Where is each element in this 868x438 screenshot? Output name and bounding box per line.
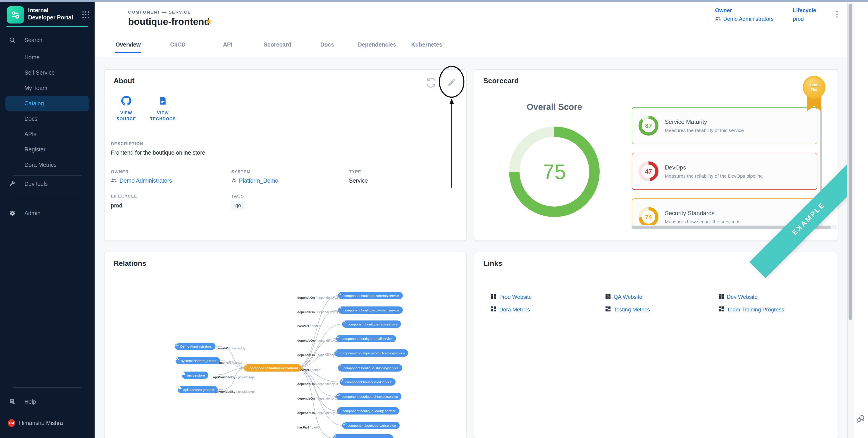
scorecard-metric-service-maturity[interactable]: 87Service MaturityMeasures the reliabili… bbox=[632, 107, 817, 144]
metric-value: 74 bbox=[639, 207, 658, 225]
page-scrollbar-thumb[interactable] bbox=[848, 4, 852, 320]
edge-label: ownerOf/ownedBy bbox=[217, 347, 245, 350]
lifecycle-value: prod bbox=[793, 16, 804, 22]
refresh-icon[interactable] bbox=[426, 77, 437, 88]
relation-node-system-platform-demo[interactable]: system:Platform_Demo bbox=[176, 357, 220, 364]
scorecard-metric-devops[interactable]: 47DevOpsMeasures the reliability of the … bbox=[632, 153, 817, 190]
sidebar-item-apis[interactable]: APIs bbox=[0, 127, 95, 142]
chat-bubbles-icon[interactable] bbox=[856, 414, 865, 425]
overall-score-value: 75 bbox=[509, 127, 600, 217]
content-area: About VIEW SOURCE VIEW TECHDOCS DESCRIPT… bbox=[95, 57, 847, 438]
link-team-training-progress[interactable]: Team Training Progress bbox=[719, 306, 784, 313]
scorecard-metrics-list: 87Service MaturityMeasures the reliabili… bbox=[632, 107, 817, 225]
relation-node-component-boutique-currencyservice[interactable]: component:boutique-currencyservice bbox=[338, 292, 403, 299]
help-label: Help bbox=[25, 399, 36, 405]
sidebar-item-label: Self Service bbox=[25, 70, 55, 76]
relations-card: Relations Demo AdministratorsownerOf/own… bbox=[104, 252, 467, 438]
sidebar-item-catalog[interactable]: Catalog bbox=[5, 96, 89, 111]
node-label: component:boutique-redisservice bbox=[347, 322, 398, 326]
app-logo-icon[interactable] bbox=[7, 6, 24, 24]
system-field-value[interactable]: Platform_Demo bbox=[231, 178, 278, 184]
sidebar-nav: HomeSelf ServiceMy TeamCatalogDocsAPIsRe… bbox=[0, 50, 95, 173]
group-icon bbox=[715, 16, 721, 22]
sidebar-item-my-team[interactable]: My Team bbox=[0, 80, 95, 96]
relation-node-component-boutique-adservice[interactable]: component:boutique-adservice bbox=[340, 378, 395, 385]
relation-node-component-boutique-loadgenerator[interactable]: component:boutique-loadgenerator bbox=[337, 407, 399, 414]
relation-node-api-petstore[interactable]: api:petstore bbox=[182, 372, 208, 379]
edge-label: hasPart/partOf bbox=[297, 325, 320, 328]
dashboard-icon bbox=[491, 294, 496, 300]
tab-kubernetes[interactable]: Kubernetes bbox=[407, 39, 447, 56]
tab-dependencies[interactable]: Dependencies bbox=[357, 39, 397, 56]
link-dev-website[interactable]: Dev Website bbox=[719, 294, 757, 300]
relation-node-component-boutique-productcatalogservice[interactable]: component:boutique-productcatalogservice bbox=[335, 349, 408, 357]
node-label: component:boutique-emailservice bbox=[342, 337, 392, 341]
tab-label: API bbox=[223, 42, 232, 52]
sidebar-item-search[interactable]: Search bbox=[0, 33, 95, 47]
sidebar-item-help[interactable]: ? Help bbox=[0, 395, 95, 409]
sidebar-item-register[interactable]: Register bbox=[0, 142, 95, 157]
relation-node-component-boutique-frontend[interactable]: component:boutique-frontend bbox=[244, 364, 302, 372]
node-label: component:boutique-checkoutservice bbox=[342, 394, 398, 399]
link-label: Dev Website bbox=[727, 294, 757, 300]
lifecycle-field-label: LIFECYCLE bbox=[111, 194, 137, 198]
relation-node-component-boutique-shippingservice[interactable]: component:boutique-shippingservice bbox=[338, 364, 402, 372]
favorite-star-icon[interactable]: ★ bbox=[206, 17, 213, 26]
relation-node-cut-off[interactable] bbox=[333, 434, 393, 438]
node-label: component:boutique-adservice bbox=[345, 380, 392, 384]
metric-value: 47 bbox=[639, 161, 658, 181]
entity-header: COMPONENT — SERVICE boutique-frontend ★ … bbox=[95, 2, 847, 58]
link-dora-metrics[interactable]: Dora Metrics bbox=[491, 306, 530, 313]
link-testing-metrics[interactable]: Testing Metrics bbox=[606, 306, 650, 313]
relation-node-component-boutique-redisservice[interactable]: component:boutique-redisservice bbox=[342, 321, 401, 328]
sidebar-item-admin[interactable]: Admin bbox=[0, 206, 95, 221]
relation-node-component-boutique-emailservice[interactable]: component:boutique-emailservice bbox=[336, 335, 396, 342]
edge-label: hasPart/partOf bbox=[297, 426, 320, 429]
tab-label: Kubernetes bbox=[411, 42, 442, 52]
view-techdocs-link[interactable]: VIEW TECHDOCS bbox=[145, 96, 181, 122]
relation-node-demo-administrators[interactable]: Demo Administrators bbox=[175, 343, 215, 350]
sidebar-item-docs[interactable]: Docs bbox=[0, 111, 95, 127]
scorecard-title: Scorecard bbox=[483, 77, 519, 85]
tab-api[interactable]: API bbox=[208, 39, 248, 56]
tab-overview[interactable]: Overview bbox=[108, 39, 148, 56]
edge-label: hasPart/partOf bbox=[219, 361, 242, 364]
relation-node-api-starwars-graphql[interactable]: api:starwars-graphql bbox=[178, 386, 218, 393]
metric-ring-donut: 74 bbox=[639, 207, 658, 225]
link-qa-website[interactable]: QA Website bbox=[606, 294, 642, 300]
owner-field-value[interactable]: Demo Administrators bbox=[111, 178, 172, 184]
edge-label: dependsOn/dependencyOf bbox=[297, 310, 338, 314]
sidebar-item-self-service[interactable]: Self Service bbox=[0, 65, 95, 80]
metric-name: DevOps bbox=[665, 164, 763, 171]
relation-node-component-boutique-paymentservice[interactable]: component:boutique-paymentservice bbox=[338, 306, 403, 314]
owner-link[interactable]: Demo Administrators bbox=[715, 16, 774, 22]
tab-ci-cd[interactable]: CI/CD bbox=[158, 39, 198, 56]
node-label: Demo Administrators bbox=[180, 344, 212, 348]
relation-node-component-boutique-checkoutservice[interactable]: component:boutique-checkoutservice bbox=[336, 393, 402, 400]
metric-ring-donut: 47 bbox=[639, 161, 658, 181]
admin-label: Admin bbox=[25, 210, 40, 216]
system-field-label: SYSTEM bbox=[231, 169, 250, 174]
entity-tabs: OverviewCI/CDAPIScorecardDocsDependencie… bbox=[108, 39, 447, 56]
sidebar-item-dora-metrics[interactable]: Dora Metrics bbox=[0, 157, 95, 173]
sidebar-item-home[interactable]: Home bbox=[0, 50, 95, 65]
link-prod-website[interactable]: Prod Website bbox=[491, 294, 532, 300]
scorecard-metric-security-standards[interactable]: 74Security StandardsMeasures how secure … bbox=[632, 198, 817, 225]
sidebar-item-devtools[interactable]: DevTools bbox=[0, 177, 95, 191]
view-techdocs-label: VIEW TECHDOCS bbox=[145, 110, 181, 122]
tab-docs[interactable]: Docs bbox=[307, 39, 347, 56]
edit-pencil-icon[interactable] bbox=[447, 78, 457, 87]
relations-graph: Demo AdministratorsownerOf/ownedBysystem… bbox=[104, 252, 466, 438]
tag-chip[interactable]: go bbox=[231, 201, 245, 210]
tab-scorecard[interactable]: Scorecard bbox=[257, 39, 297, 56]
user-menu[interactable]: HM Himanshu Mishra bbox=[0, 416, 95, 430]
edge-label: apiProvidedBy/providesApi bbox=[213, 376, 254, 379]
apps-grid-icon[interactable] bbox=[82, 11, 90, 19]
more-options-icon[interactable] bbox=[834, 11, 840, 20]
link-label: Dora Metrics bbox=[499, 306, 530, 313]
app-title: Internal Developer Portal bbox=[28, 7, 75, 21]
edge-label: dependsOn/dependencyOf bbox=[297, 397, 338, 400]
node-label: component:boutique-currencyservice bbox=[343, 294, 399, 298]
relation-node-component-boutique-cartservice[interactable]: component:boutique-cartservice bbox=[342, 422, 399, 429]
view-source-link[interactable]: VIEW SOURCE bbox=[112, 96, 141, 122]
